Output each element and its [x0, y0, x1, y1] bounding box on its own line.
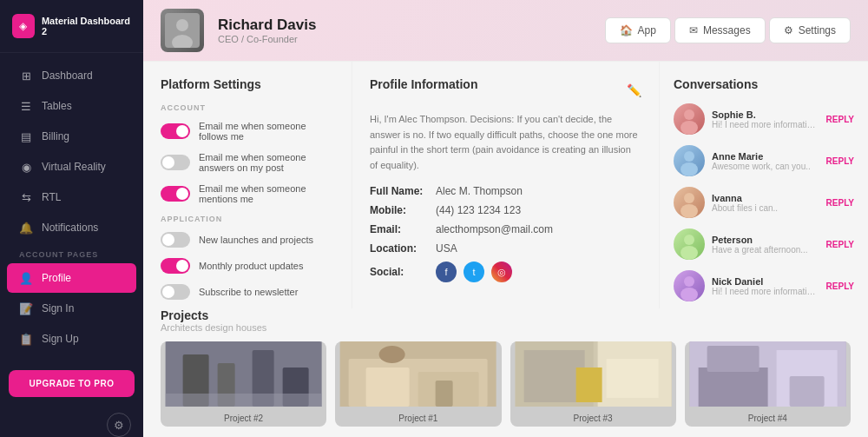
reply-button-0[interactable]: REPLY [826, 115, 854, 124]
svg-point-24 [379, 346, 405, 363]
svg-rect-18 [166, 394, 322, 407]
account-group-label: ACCOUNT [161, 103, 334, 112]
toggle-newsletter[interactable] [161, 284, 190, 300]
toggle-follows[interactable] [161, 123, 190, 139]
project-card-1[interactable]: Project #1 [335, 341, 501, 427]
toggle-monthly[interactable] [161, 258, 190, 274]
rtl-icon: ⇆ [19, 190, 33, 204]
platform-settings-title: Platform Settings [161, 77, 334, 91]
sidebar-item-signup[interactable]: 📋 Sign Up [7, 324, 136, 354]
location-value: USA [436, 242, 457, 255]
reply-button-1[interactable]: REPLY [826, 156, 854, 166]
sidebar-item-vr[interactable]: ◉ Virtual Reality [7, 152, 136, 182]
billing-icon: ▤ [19, 129, 33, 143]
svg-point-3 [684, 109, 694, 120]
email-value: alecthompson@mail.com [436, 223, 553, 235]
conv-msg-2: About files i can.. [712, 203, 819, 213]
svg-rect-35 [707, 346, 759, 372]
conv-content-4: Nick Daniel Hi! I need more information.… [712, 276, 819, 296]
tab-messages[interactable]: ✉ Messages [674, 17, 766, 43]
sidebar-item-label: Tables [42, 100, 72, 112]
fullname-value: Alec M. Thompson [436, 185, 523, 197]
sidebar-item-tables[interactable]: ☰ Tables [7, 91, 136, 121]
instagram-icon[interactable]: ◎ [491, 262, 512, 282]
profile-icon: 👤 [19, 271, 33, 285]
projects-title: Projects [161, 308, 851, 322]
sidebar-item-signin[interactable]: 📝 Sign In [7, 294, 136, 323]
conv-name-4: Nick Daniel [712, 276, 819, 287]
sidebar-item-label: Sign In [42, 302, 74, 315]
sidebar-item-label: Sign Up [42, 333, 79, 345]
project-card-2[interactable]: Project #3 [510, 341, 676, 427]
tab-app[interactable]: 🏠 App [605, 17, 671, 43]
social-icons: f t ◎ [436, 262, 512, 282]
application-group-label: APPLICATION [161, 215, 334, 223]
sidebar-item-profile[interactable]: 👤 Profile [7, 263, 136, 293]
svg-rect-36 [789, 376, 824, 407]
upgrade-button[interactable]: Upgrade to Pro [9, 370, 135, 397]
location-label: Location: [370, 242, 431, 255]
gear-icon[interactable]: ⚙ [107, 413, 131, 437]
platform-settings-panel: Platform Settings ACCOUNT Email me when … [143, 62, 352, 308]
project-card-3[interactable]: Project #4 [685, 341, 851, 427]
sidebar-item-notifications[interactable]: 🔔 Notifications [7, 213, 136, 242]
facebook-icon[interactable]: f [436, 262, 457, 282]
home-icon: 🏠 [620, 24, 633, 36]
logo-text: Material Dashboard 2 [42, 16, 131, 36]
reply-button-2[interactable]: REPLY [826, 198, 854, 208]
toggle-mentions[interactable] [161, 186, 190, 202]
toggle-launches[interactable] [161, 232, 190, 248]
sidebar-item-label: Billing [42, 130, 69, 142]
mobile-label: Mobile: [370, 204, 431, 216]
conv-name-3: Peterson [712, 235, 819, 245]
setting-item-app-1: Monthly product updates [161, 258, 334, 274]
notifications-icon: 🔔 [19, 221, 33, 235]
account-section-label: Account Pages [0, 243, 143, 262]
header-role: CEO / Co-Founder [218, 34, 316, 44]
project-label-3: Project #4 [685, 410, 851, 427]
conversation-item-2: Ivanna About files i can.. REPLY [674, 187, 854, 218]
sidebar-item-label: Dashboard [42, 70, 93, 82]
sidebar-item-label: Profile [42, 272, 71, 284]
profile-location: Location: USA [370, 242, 641, 255]
twitter-icon[interactable]: t [464, 262, 484, 282]
setting-label-app-2: Subscribe to newsletter [199, 287, 298, 297]
conv-msg-0: Hi! I need more information.. [712, 120, 819, 129]
email-label: Email: [370, 223, 431, 235]
profile-social: Social: f t ◎ [370, 262, 641, 282]
sidebar-item-rtl[interactable]: ⇆ RTL [7, 182, 136, 212]
signin-icon: 📝 [19, 301, 33, 315]
svg-point-12 [681, 288, 698, 301]
logo-icon: ◈ [12, 14, 35, 38]
project-card-0[interactable]: Project #2 [161, 341, 326, 427]
sidebar-item-label: Virtual Reality [42, 161, 106, 173]
sidebar: ◈ Material Dashboard 2 ⊞ Dashboard ☰ Tab… [0, 0, 143, 437]
sidebar-item-label: RTL [42, 191, 61, 203]
sidebar-item-dashboard[interactable]: ⊞ Dashboard [7, 61, 136, 90]
svg-rect-23 [436, 381, 453, 407]
project-label-0: Project #2 [161, 410, 326, 427]
edit-profile-icon[interactable]: ✏️ [627, 83, 641, 97]
conv-avatar-3 [674, 228, 705, 260]
sidebar-item-billing[interactable]: ▤ Billing [7, 122, 136, 151]
svg-point-8 [681, 204, 698, 218]
conversation-item-1: Anne Marie Awesome work, can you.. REPLY [674, 145, 854, 176]
profile-email: Email: alecthompson@mail.com [370, 223, 641, 235]
conversation-item-4: Nick Daniel Hi! I need more information.… [674, 270, 854, 301]
conv-msg-3: Have a great afternoon... [712, 245, 819, 255]
toggle-answers[interactable] [161, 155, 190, 170]
sidebar-nav: ⊞ Dashboard ☰ Tables ▤ Billing ◉ Virtual… [0, 53, 143, 361]
dashboard-icon: ⊞ [19, 69, 33, 83]
tab-settings-label: Settings [799, 24, 836, 36]
reply-button-4[interactable]: REPLY [826, 281, 854, 291]
conv-name-0: Sophie B. [712, 109, 819, 120]
tab-settings[interactable]: ⚙ Settings [769, 17, 851, 43]
svg-point-6 [681, 162, 698, 176]
reply-button-3[interactable]: REPLY [826, 240, 854, 249]
svg-point-5 [684, 151, 694, 162]
project-label-2: Project #3 [510, 410, 676, 427]
conv-msg-1: Awesome work, can you.. [712, 162, 819, 171]
conv-name-2: Ivanna [712, 193, 819, 203]
header-name: Richard Davis [218, 17, 316, 34]
header-tabs: 🏠 App ✉ Messages ⚙ Settings [605, 17, 851, 43]
